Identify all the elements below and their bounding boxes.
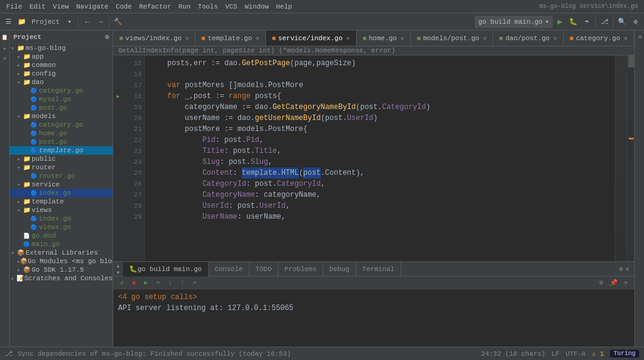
debug-tab-debug[interactable]: 🐛 go build main.go	[123, 262, 209, 277]
tree-node-views-go[interactable]: 🔵 views.go	[10, 223, 113, 231]
menu-view[interactable]: View	[49, 3, 72, 10]
back-icon[interactable]: ←	[81, 16, 93, 28]
tree-node-models-template[interactable]: 🔵 template.go	[10, 146, 113, 155]
menu-vcs[interactable]: VCS	[222, 3, 241, 10]
tree-node-public[interactable]: ▸ 📁 public	[10, 155, 113, 163]
debug-close-icon[interactable]: ✕	[625, 265, 629, 273]
debug-step-out-icon[interactable]: ↑	[178, 278, 187, 288]
run-icon[interactable]: ▶	[554, 16, 566, 28]
expand-icon[interactable]: ▾	[63, 16, 75, 28]
tab-template[interactable]: template.go ✕	[195, 30, 266, 46]
close-category-icon[interactable]: ✕	[624, 35, 628, 42]
close-dao-post-icon[interactable]: ✕	[553, 35, 557, 42]
debug-left-icon[interactable]: ▲	[117, 263, 120, 269]
tree-node-main[interactable]: 🔵 main.go	[10, 240, 113, 249]
tree-node-app[interactable]: ▸ 📁 app	[10, 52, 113, 61]
debug-resume-icon[interactable]: ▶	[141, 278, 151, 288]
turing-badge[interactable]: Turing	[610, 350, 639, 358]
menu-edit[interactable]: Edit	[26, 3, 49, 10]
tree-node-scratches[interactable]: ▸ 📝 Scratches and Consoles	[10, 274, 113, 283]
forward-icon[interactable]: →	[94, 16, 107, 28]
tree-node-router[interactable]: ▾ 📁 router	[10, 163, 113, 172]
tree-node-template[interactable]: ▸ 📁 template	[10, 197, 113, 206]
run-config-dropdown[interactable]: go build main.go ▾	[475, 16, 553, 28]
debug-icon[interactable]: 🐛	[567, 16, 579, 28]
tree-node-service[interactable]: ▾ 📁 service	[10, 180, 113, 189]
left-side-icons: 📋 ★ ≡	[0, 30, 10, 347]
tree-node-ms-go-blog[interactable]: ▾ 📁 ms-go-blog	[10, 44, 113, 52]
debug-tab-debug2[interactable]: Debug	[323, 262, 356, 277]
debug-tab-console[interactable]: Console	[209, 262, 250, 277]
tree-node-dao-mysql[interactable]: 🔵 mysql.go	[10, 95, 113, 104]
tab-home[interactable]: home.go ✕	[357, 30, 411, 46]
debug-pin-icon[interactable]: 📌	[609, 278, 618, 288]
coverage-icon[interactable]: ☂	[581, 16, 593, 28]
hamburger-icon[interactable]: ☰	[2, 16, 15, 28]
settings-icon[interactable]: ⚙	[629, 16, 642, 28]
tree-node-models[interactable]: ▾ 📁 models	[10, 112, 113, 121]
search-icon[interactable]: 🔍	[616, 16, 628, 28]
tab-category[interactable]: category.go ✕	[564, 30, 634, 46]
menu-run[interactable]: Run	[175, 3, 194, 10]
project-icon[interactable]: 📁	[16, 16, 28, 28]
debug-tab-problems[interactable]: Problems	[278, 262, 323, 277]
debug-tab-terminal[interactable]: Terminal	[356, 262, 401, 277]
debug-settings-icon[interactable]: ⚙	[619, 265, 623, 273]
menu-code[interactable]: Code	[112, 3, 135, 10]
tree-node-gomod[interactable]: 📄 go.mod	[10, 231, 113, 240]
tab-views-index[interactable]: views/index.go ✕	[113, 30, 195, 46]
tree-node-dao-post[interactable]: 🔵 post.go	[10, 104, 113, 112]
close-views-icon[interactable]: ✕	[185, 35, 189, 42]
code-container[interactable]: ▶ 15 16 17 18 19 20 21	[113, 55, 634, 261]
tab-service-index[interactable]: service/index.go ✕	[266, 30, 357, 46]
debug-settings2-icon[interactable]: ⚙	[597, 278, 606, 288]
debug-hide-icon[interactable]: ✕	[621, 278, 631, 288]
tree-node-views[interactable]: ▾ 📁 views	[10, 206, 113, 214]
tree-node-common[interactable]: ▸ 📁 common	[10, 61, 113, 69]
tree-node-go-modules[interactable]: ▸ 📦 Go Modules <ms go blog>	[10, 257, 113, 266]
signature-text: GetAllIndexInfo(page int, pageSize int) …	[118, 47, 395, 54]
tree-node-dao-category[interactable]: 🔵 category.go	[10, 86, 113, 95]
close-models-post-icon[interactable]: ✕	[483, 35, 486, 42]
debug-step-over-icon[interactable]: ↷	[153, 278, 163, 288]
tree-node-config[interactable]: ▸ 📁 config	[10, 69, 113, 78]
debug-left-icon2[interactable]: ▼	[117, 270, 120, 275]
build-icon[interactable]: 🔨	[112, 16, 124, 28]
tree-node-dao[interactable]: ▾ 📁 dao	[10, 78, 113, 86]
bookmark-side-icon[interactable]: ★	[1, 44, 9, 52]
debug-more-icon[interactable]: ⋯	[190, 278, 200, 288]
debug-restart-icon[interactable]: ↺	[117, 278, 127, 288]
close-home-icon[interactable]: ✕	[401, 35, 404, 42]
debug-tab-todo[interactable]: TODO	[250, 262, 278, 277]
minimap	[615, 55, 627, 261]
scrollbar-area[interactable]	[627, 55, 634, 261]
tree-node-router-go[interactable]: 🔵 router.go	[10, 172, 113, 180]
tree-node-service-index[interactable]: 🔵 index.go	[10, 189, 113, 197]
menu-window[interactable]: Window	[241, 3, 273, 10]
debug-step-into-icon[interactable]: ↓	[166, 278, 175, 288]
scrollbar-thumb[interactable]	[628, 55, 634, 68]
tree-node-models-home[interactable]: 🔵 home.go	[10, 129, 113, 138]
tree-node-views-index[interactable]: 🔵 index.go	[10, 214, 113, 223]
tree-header-icon[interactable]: ⚙	[105, 33, 109, 41]
structure-side-icon[interactable]: ≡	[1, 55, 9, 63]
tab-models-post[interactable]: models/post.go ✕	[411, 30, 493, 46]
run-gutter-icon[interactable]: ▶	[116, 93, 119, 100]
tree-node-external-libs[interactable]: ▾ 📦 External Libraries	[10, 249, 113, 257]
menu-help[interactable]: Help	[273, 3, 296, 10]
tree-node-models-post[interactable]: 🔵 post.go	[10, 138, 113, 146]
menu-navigate[interactable]: Navigate	[72, 3, 112, 10]
tree-node-go-sdk[interactable]: ▸ 📦 Go SDK 1.17.5	[10, 266, 113, 274]
tab-dao-post[interactable]: dao/post.go ✕	[493, 30, 564, 46]
git-icon[interactable]: ⎇	[598, 16, 611, 28]
close-template-icon[interactable]: ✕	[256, 35, 259, 42]
project-side-icon[interactable]: 📋	[1, 33, 9, 41]
close-service-icon[interactable]: ✕	[346, 35, 350, 42]
menu-refactor[interactable]: Refactor	[135, 3, 175, 10]
debug-stop-icon[interactable]: ■	[129, 278, 139, 288]
tree-node-models-category[interactable]: 🔵 category.go	[10, 121, 113, 129]
right-icon-1[interactable]: ⊞	[634, 33, 645, 41]
menu-tools[interactable]: Tools	[194, 3, 222, 10]
code-content[interactable]: posts,err := dao.GetPostPage(page,pageSi…	[145, 55, 615, 261]
menu-file[interactable]: File	[2, 3, 26, 10]
